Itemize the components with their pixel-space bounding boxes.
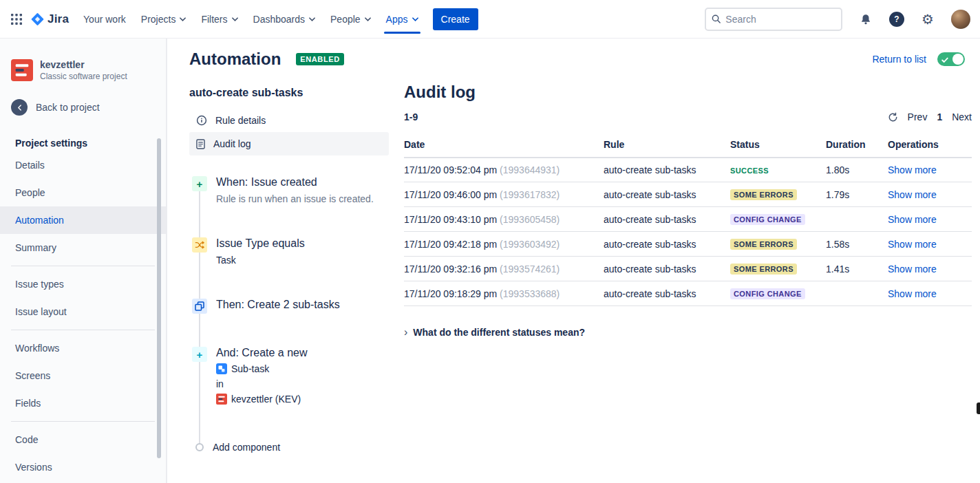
- back-arrow-icon: [11, 99, 28, 116]
- nav-filters[interactable]: Filters: [193, 0, 245, 39]
- nav-your-work[interactable]: Your work: [76, 0, 134, 39]
- rule-trigger-component[interactable]: + When: Issue created Rule is run when a…: [189, 176, 389, 204]
- sidebar-item-label: Screens: [15, 370, 50, 381]
- nav-apps[interactable]: Apps: [379, 0, 426, 39]
- trigger-title: When: Issue created: [216, 176, 374, 189]
- next-page-button[interactable]: Next: [952, 111, 972, 122]
- col-duration: Duration: [826, 139, 888, 150]
- subtask-icon: [216, 363, 227, 374]
- rule-action-component[interactable]: Then: Create 2 sub-tasks: [189, 299, 389, 314]
- audit-rule: auto-create sub-tasks: [604, 239, 730, 250]
- nav-label: Apps: [386, 14, 408, 25]
- chevron-right-icon: ›: [404, 327, 407, 338]
- search-input[interactable]: [725, 14, 835, 25]
- sidebar-item-summary[interactable]: Summary: [0, 234, 166, 261]
- project-type: Classic software project: [40, 72, 127, 81]
- show-more-link[interactable]: Show more: [888, 189, 937, 200]
- global-search[interactable]: [705, 8, 842, 31]
- audit-operations-cell: Show more: [888, 214, 972, 225]
- back-to-project-label: Back to project: [36, 102, 100, 113]
- toggle-check-icon: [941, 54, 948, 65]
- sidebar-item-automation[interactable]: Automation: [0, 206, 166, 234]
- show-more-link[interactable]: Show more: [888, 264, 937, 275]
- help-button[interactable]: ?: [889, 12, 904, 27]
- audit-row: 17/11/20 09:46:00 pm (1993617832) auto-c…: [404, 182, 972, 207]
- audit-duration: 1.79s: [826, 189, 888, 200]
- tab-audit-log[interactable]: Audit log: [189, 132, 389, 155]
- tab-label: Audit log: [213, 138, 251, 149]
- status-badge: CONFIG CHANGE: [730, 214, 805, 225]
- notifications-button[interactable]: [855, 8, 877, 30]
- sidebar-item-people[interactable]: People: [0, 179, 166, 206]
- branch-title: And: Create a new: [216, 347, 308, 359]
- user-avatar[interactable]: [951, 10, 970, 29]
- audit-ref: (1993603492): [500, 239, 560, 250]
- audit-table-header: Date Rule Status Duration Operations: [404, 132, 972, 158]
- settings-button[interactable]: ⚙: [917, 8, 939, 30]
- audit-date-cell: 17/11/20 09:32:16 pm (1993574261): [404, 264, 604, 275]
- sidebar-divider: [11, 421, 155, 422]
- audit-table: Date Rule Status Duration Operations 17/…: [404, 132, 972, 306]
- audit-log-icon: [196, 139, 205, 149]
- jira-logo[interactable]: Jira: [28, 12, 76, 26]
- statuses-expander[interactable]: › What do the different statuses mean?: [404, 327, 972, 338]
- nav-dashboards[interactable]: Dashboards: [246, 0, 323, 39]
- back-to-project[interactable]: Back to project: [0, 99, 166, 116]
- info-icon: [196, 115, 207, 126]
- add-component-button[interactable]: Add component: [189, 442, 389, 453]
- show-more-link[interactable]: Show more: [888, 164, 937, 175]
- sidebar-item-issue-layout[interactable]: Issue layout: [0, 298, 166, 325]
- trigger-subtitle: Rule is run when an issue is created.: [216, 193, 374, 204]
- page-header: Automation ENABLED Return to list: [167, 39, 980, 69]
- nav-people[interactable]: People: [323, 0, 379, 39]
- show-more-link[interactable]: Show more: [888, 239, 937, 250]
- sidebar-item-details[interactable]: Details: [0, 151, 166, 179]
- nav-projects[interactable]: Projects: [134, 0, 194, 39]
- audit-date: 17/11/20 09:18:29 pm: [404, 288, 497, 299]
- sidebar-item-label: Summary: [15, 242, 56, 253]
- project-header: kevzettler Classic software project: [0, 59, 166, 81]
- sidebar-item-code[interactable]: Code: [0, 426, 166, 453]
- show-more-link[interactable]: Show more: [888, 288, 937, 299]
- refresh-button[interactable]: [888, 112, 898, 122]
- rule-enabled-toggle[interactable]: [937, 52, 965, 66]
- sidebar-item-workflows[interactable]: Workflows: [0, 334, 166, 362]
- condition-branch-icon: [192, 237, 207, 253]
- audit-row: 17/11/20 09:18:29 pm (1993533688) auto-c…: [404, 281, 972, 306]
- primary-nav: Your work Projects Filters Dashboards Pe…: [76, 0, 425, 39]
- audit-date: 17/11/20 09:32:16 pm: [404, 264, 497, 275]
- sidebar-item-issue-types[interactable]: Issue types: [0, 270, 166, 298]
- rule-branch-component[interactable]: + And: Create a new Sub-task in kevzettl…: [189, 347, 389, 405]
- branch-in-row: in: [216, 378, 308, 389]
- status-badge: SOME ERRORS: [730, 264, 797, 275]
- show-more-link[interactable]: Show more: [888, 214, 937, 225]
- audit-status-cell: SOME ERRORS: [730, 189, 826, 200]
- audit-date: 17/11/20 09:52:04 pm: [404, 164, 497, 175]
- branch-project-row: kevzettler (KEV): [216, 394, 308, 405]
- search-icon: [712, 14, 721, 24]
- audit-rule: auto-create sub-tasks: [604, 164, 730, 175]
- audit-status-cell: CONFIG CHANGE: [730, 213, 826, 225]
- app-switcher-grid-icon: [11, 14, 22, 25]
- tab-rule-details[interactable]: Rule details: [189, 109, 389, 132]
- prev-page-button[interactable]: Prev: [908, 111, 928, 122]
- audit-log-panel: Audit log 1-9 Prev 1 Next Date Rule Stat…: [404, 83, 972, 453]
- sidebar-item-label: Code: [15, 434, 38, 445]
- current-page[interactable]: 1: [937, 111, 942, 122]
- sidebar-item-versions[interactable]: Versions: [0, 453, 166, 481]
- sidebar-item-label: Details: [15, 160, 45, 171]
- result-range: 1-9: [404, 111, 418, 122]
- audit-operations-cell: Show more: [888, 264, 972, 275]
- sidebar-divider: [11, 266, 155, 266]
- sidebar-item-screens[interactable]: Screens: [0, 362, 166, 389]
- branch-type-row: Sub-task: [216, 363, 308, 374]
- trigger-text: When: Issue created Rule is run when an …: [216, 176, 374, 204]
- sidebar-scrollbar[interactable]: [157, 138, 161, 458]
- create-button[interactable]: Create: [433, 8, 478, 30]
- top-navigation: Jira Your work Projects Filters Dashboar…: [0, 0, 980, 39]
- return-to-list-link[interactable]: Return to list: [872, 54, 926, 65]
- sidebar-item-fields[interactable]: Fields: [0, 389, 166, 417]
- rule-condition-component[interactable]: Issue Type equals Task: [189, 237, 389, 266]
- app-switcher-button[interactable]: [6, 8, 28, 30]
- rule-name: auto-create sub-tasks: [189, 87, 389, 99]
